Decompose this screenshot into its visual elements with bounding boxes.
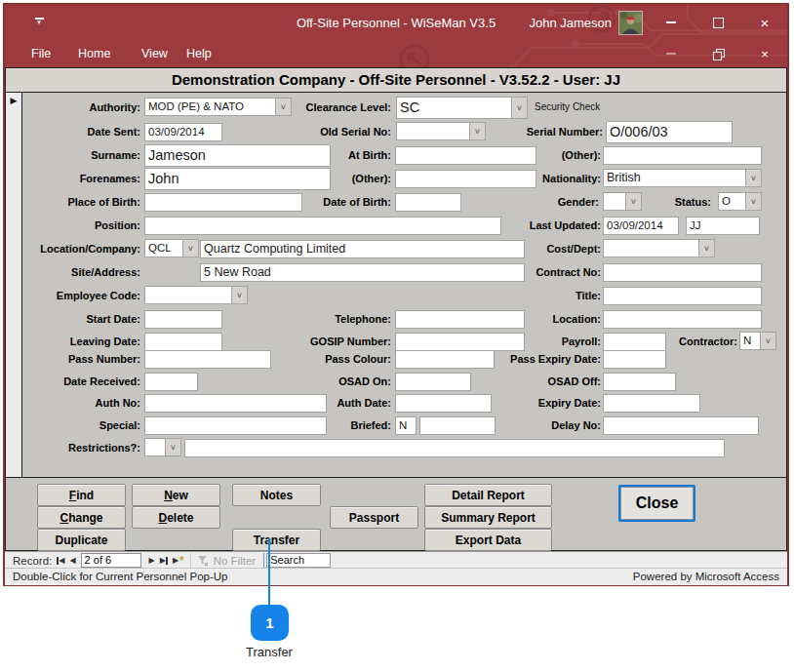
- summary-report-button[interactable]: Summary Report: [424, 506, 552, 529]
- briefed-field[interactable]: N: [395, 416, 417, 435]
- first-record-button[interactable]: ◀: [57, 556, 64, 565]
- pass-colour-field[interactable]: [395, 350, 495, 369]
- location-company-name-field[interactable]: Quartz Computing Limited: [200, 240, 525, 258]
- notes-button[interactable]: Notes: [232, 484, 321, 506]
- last-updated-user-field[interactable]: JJ: [686, 217, 760, 235]
- chevron-down-icon[interactable]: ˅: [469, 123, 485, 139]
- chevron-down-icon[interactable]: ˅: [165, 439, 180, 455]
- record-position-box[interactable]: 2 of 6: [81, 553, 141, 568]
- cost-dept-label: Cost/Dept:: [484, 242, 601, 256]
- menu-bar: File Home View Help ×: [5, 40, 787, 67]
- chevron-down-icon[interactable]: ˅: [745, 170, 761, 186]
- minimize-button[interactable]: [656, 13, 686, 32]
- maximize-button[interactable]: [703, 13, 733, 32]
- old-serial-no-combo[interactable]: ˅: [396, 122, 486, 140]
- record-selector-strip[interactable]: ▶: [6, 93, 22, 477]
- clearance-level-combo[interactable]: SC ˅: [396, 97, 528, 119]
- record-navigation-bar: Record: ◀ ◀ 2 of 6 ▶ ▶ ▶* No Filter Sear…: [5, 551, 787, 569]
- serial-number-field[interactable]: O/006/03: [606, 121, 733, 143]
- pass-number-label: Pass Number:: [23, 352, 140, 366]
- chevron-down-icon[interactable]: ˅: [182, 240, 198, 257]
- chevron-down-icon[interactable]: ˅: [231, 287, 247, 303]
- location-label: Location:: [484, 312, 601, 326]
- menu-file[interactable]: File: [31, 47, 51, 60]
- location-company-code-combo[interactable]: QCL ˅: [144, 239, 199, 257]
- next-record-icon: ▶: [149, 556, 155, 565]
- date-received-field[interactable]: [144, 373, 198, 391]
- chevron-down-icon[interactable]: ˅: [760, 333, 775, 349]
- chevron-down-icon[interactable]: ˅: [745, 193, 761, 210]
- maximize-icon: [713, 18, 724, 28]
- change-button[interactable]: Change: [37, 506, 126, 529]
- osad-off-field[interactable]: [603, 373, 676, 391]
- last-record-button[interactable]: ▶: [160, 556, 168, 565]
- delete-button[interactable]: Delete: [132, 506, 220, 529]
- pass-number-field[interactable]: [144, 350, 271, 369]
- chevron-down-icon[interactable]: ˅: [698, 240, 714, 257]
- next-record-button[interactable]: ▶: [149, 556, 155, 565]
- leaving-date-field[interactable]: [144, 333, 222, 351]
- title-label: Title:: [484, 289, 601, 302]
- contract-no-field[interactable]: [603, 263, 762, 282]
- app-window: ▾ Off-Site Personnel - WiSeMan V3.5 John…: [3, 3, 789, 586]
- export-data-button[interactable]: Export Data: [424, 529, 552, 551]
- start-date-field[interactable]: [144, 310, 222, 329]
- duplicate-button[interactable]: Duplicate: [37, 529, 126, 551]
- site-address-field[interactable]: 5 New Road: [200, 263, 525, 282]
- status-label: Status:: [594, 195, 711, 209]
- restrictions-combo[interactable]: ˅: [144, 438, 181, 456]
- contractor-label: Contractor:: [620, 335, 737, 348]
- delay-no-field[interactable]: [603, 416, 759, 435]
- auth-no-label: Auth No:: [23, 396, 140, 410]
- chevron-down-icon[interactable]: ˅: [511, 98, 527, 118]
- restrictions-label: Restrictions?:: [23, 441, 140, 455]
- no-filter-label[interactable]: No Filter: [214, 555, 256, 567]
- expiry-date-field[interactable]: [603, 394, 700, 413]
- new-button[interactable]: New: [132, 484, 220, 506]
- start-date-label: Start Date:: [23, 312, 140, 326]
- telephone-label: Telephone:: [274, 312, 391, 326]
- surname-other-label: (Other):: [484, 148, 601, 162]
- restrictions-text-field[interactable]: [184, 439, 725, 457]
- surname-other-field[interactable]: [603, 146, 762, 165]
- date-of-birth-field[interactable]: [395, 193, 461, 212]
- employee-code-label: Employee Code:: [23, 289, 140, 302]
- previous-record-button[interactable]: ◀: [69, 556, 75, 565]
- button-area: Find New Notes Detail Report Close Chang…: [6, 478, 786, 550]
- child-close-button[interactable]: ×: [750, 44, 779, 63]
- search-input[interactable]: Search: [266, 553, 331, 568]
- pass-expiry-date-field[interactable]: [603, 350, 666, 369]
- osad-on-field[interactable]: [395, 373, 471, 391]
- record-label: Record:: [13, 555, 52, 567]
- location-company-label: Location/Company:: [23, 242, 140, 256]
- child-minimize-button[interactable]: [656, 44, 686, 63]
- close-button[interactable]: Close: [618, 485, 695, 522]
- page: { "titlebar": { "title": "Off-Site Perso…: [0, 0, 794, 672]
- title-field[interactable]: [603, 287, 762, 305]
- new-record-star-icon: *: [179, 557, 184, 565]
- menu-home[interactable]: Home: [78, 47, 110, 60]
- date-sent-field[interactable]: 03/09/2014: [144, 123, 222, 141]
- expiry-date-label: Expiry Date:: [484, 396, 601, 410]
- authority-combo[interactable]: MOD (PE) & NATO ˅: [144, 98, 292, 116]
- position-field[interactable]: [144, 217, 501, 235]
- cost-dept-combo[interactable]: ˅: [603, 239, 715, 257]
- close-window-button[interactable]: ×: [750, 13, 779, 32]
- employee-code-combo[interactable]: ˅: [144, 286, 248, 304]
- child-restore-button[interactable]: [703, 44, 733, 63]
- auth-date-field[interactable]: [395, 394, 492, 413]
- status-combo[interactable]: O ˅: [718, 192, 762, 211]
- find-button[interactable]: Find: [37, 484, 126, 506]
- status-bar: Double-Click for Current Personnel Pop-U…: [5, 568, 787, 585]
- nationality-combo[interactable]: British ˅: [603, 169, 762, 187]
- detail-report-button[interactable]: Detail Report: [424, 484, 552, 506]
- transfer-button[interactable]: Transfer: [232, 529, 321, 551]
- contractor-combo[interactable]: N ˅: [739, 332, 776, 350]
- menu-help[interactable]: Help: [186, 47, 212, 60]
- location-field[interactable]: [603, 310, 762, 329]
- passport-button[interactable]: Passport: [330, 506, 418, 529]
- filter-icon: [197, 554, 210, 567]
- menu-view[interactable]: View: [141, 47, 168, 60]
- last-updated-date-field[interactable]: 03/09/2014: [603, 217, 679, 235]
- new-record-button[interactable]: ▶*: [173, 556, 184, 565]
